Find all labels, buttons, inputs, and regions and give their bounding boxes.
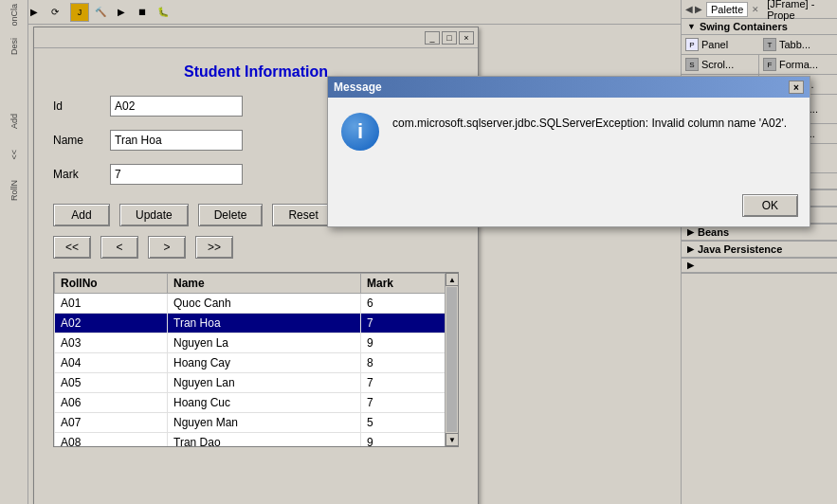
scroll-icon: S (685, 58, 699, 71)
expand-icon-awt: ▶ (687, 227, 694, 237)
dialog-footer: OK (742, 194, 798, 217)
awt-label: Beans (698, 226, 729, 238)
delete-button[interactable]: Delete (198, 204, 264, 226)
next-button[interactable]: > (148, 236, 186, 259)
table-row[interactable]: A01Quoc Canh6 (55, 294, 458, 314)
top-toolbar: ◀ ▶ ⟳ J 🔨 ▶ ⏹ 🐛 (0, 0, 682, 25)
cell-name: Nguyen La (168, 333, 361, 353)
table-row[interactable]: A03Nguyen La9 (55, 333, 458, 353)
cell-mark: 8 (361, 353, 458, 373)
cell-rollno: A06 (55, 393, 168, 413)
toolbar-btn-1[interactable]: 🔨 (91, 4, 110, 21)
table-row[interactable]: A02Tran Hoa7 (55, 314, 458, 333)
sidebar-label5: RollN (9, 180, 19, 201)
toolbar-btn-4[interactable]: 🐛 (154, 4, 173, 21)
tabb-icon: T (763, 38, 776, 51)
cell-name: Hoang Cay (168, 353, 361, 373)
palette-item-tabb[interactable]: T Tabb... (759, 37, 837, 52)
table-row[interactable]: A07Nguyen Man5 (55, 413, 458, 433)
add-button[interactable]: Add (53, 204, 110, 226)
progress-row: S Scrol... F Forma... (682, 55, 837, 75)
cell-mark: 9 (361, 433, 458, 448)
java-persistence-section: ▶ (682, 259, 837, 274)
sidebar-label: onCla (9, 4, 19, 36)
toolbar-btn-2[interactable]: ▶ (112, 4, 131, 21)
toolbar-btn-refresh[interactable]: ⟳ (45, 4, 64, 21)
palette-nav-left[interactable]: ◀ (685, 4, 693, 14)
expand-icon-persistence: ▶ (687, 261, 694, 270)
first-button[interactable]: << (53, 236, 91, 259)
panel-icon: P (685, 38, 699, 51)
cell-rollno: A07 (55, 413, 168, 433)
palette-tab[interactable]: Palette (706, 2, 748, 17)
update-button[interactable]: Update (119, 204, 189, 226)
dialog-message: com.microsoft.sqlserver.jdbc.SQLServerEx… (392, 113, 796, 130)
cell-rollno: A03 (55, 333, 168, 353)
cell-mark: 5 (361, 413, 458, 433)
swing-containers-items: P Panel T Tabb... (682, 35, 837, 54)
col-header-mark: Mark (361, 274, 458, 294)
toolbar-btn-3[interactable]: ⏹ (133, 4, 152, 21)
sidebar-label2: Desi (9, 38, 19, 74)
palette-nav-right[interactable]: ▶ (695, 4, 702, 14)
name-input[interactable] (110, 130, 243, 151)
table-row[interactable]: A06Hoang Cuc7 (55, 393, 458, 413)
table-scrollbar[interactable]: ▲ ▼ (445, 273, 458, 446)
table-row[interactable]: A04Hoang Cay8 (55, 353, 458, 373)
palette-close[interactable]: ✕ (752, 5, 759, 14)
palette-item-forma[interactable]: F Forma... (759, 55, 837, 74)
cell-rollno: A05 (55, 373, 168, 393)
close-btn-form[interactable]: × (459, 31, 474, 45)
cell-mark: 7 (361, 393, 458, 413)
dialog-titlebar: Message × (328, 77, 810, 98)
cell-mark: 7 (361, 314, 458, 333)
reset-button[interactable]: Reset (272, 204, 334, 226)
palette-item-panel[interactable]: P Panel (682, 37, 759, 52)
table-row[interactable]: A08Tran Dao9 (55, 433, 458, 448)
student-table-container: RollNo Name Mark A01Quoc Canh6A02Tran Ho… (53, 272, 459, 447)
nav-button-row: << < > >> (53, 236, 459, 259)
swing-containers-header[interactable]: ▼ Swing Containers (682, 19, 837, 35)
java-icon: J (70, 3, 89, 22)
cell-name: Tran Dao (168, 433, 361, 448)
dialog-body: i com.microsoft.sqlserver.jdbc.SQLServer… (328, 98, 810, 166)
form-titlebar: _ □ × (34, 27, 478, 48)
scroll-thumb[interactable] (446, 287, 457, 432)
forma-label: Forma... (779, 59, 818, 70)
table-header-row: RollNo Name Mark (55, 274, 458, 294)
palette-item-scroll[interactable]: S Scrol... (682, 55, 759, 74)
cell-rollno: A02 (55, 314, 168, 333)
mark-label: Mark (53, 168, 110, 181)
swing-containers-label: Swing Containers (700, 21, 788, 32)
dialog-title: Message (334, 81, 382, 94)
cell-mark: 7 (361, 373, 458, 393)
mark-input[interactable] (110, 164, 243, 185)
scroll-down-arrow[interactable]: ▼ (446, 433, 459, 446)
message-dialog: Message × i com.microsoft.sqlserver.jdbc… (327, 76, 810, 227)
cell-name: Nguyen Lan (168, 373, 361, 393)
cell-mark: 6 (361, 294, 458, 314)
last-button[interactable]: >> (195, 236, 233, 259)
minimize-btn[interactable]: _ (425, 31, 440, 45)
beans-label: Java Persistence (698, 243, 782, 255)
student-table: RollNo Name Mark A01Quoc Canh6A02Tran Ho… (54, 273, 458, 447)
jframe-tab[interactable]: [JFrame] - Prope (763, 0, 833, 22)
scroll-label: Scrol... (701, 59, 734, 70)
table-row[interactable]: A05Nguyen Lan7 (55, 373, 458, 393)
beans-header[interactable]: ▶ Java Persistence (682, 242, 837, 258)
sidebar-label3: Add (9, 114, 19, 129)
id-input[interactable] (110, 96, 243, 117)
maximize-btn[interactable]: □ (442, 31, 457, 45)
cell-name: Hoang Cuc (168, 393, 361, 413)
dialog-close-btn[interactable]: × (789, 81, 804, 94)
prev-button[interactable]: < (100, 236, 138, 259)
ok-button[interactable]: OK (742, 194, 798, 217)
beans-section: ▶ Java Persistence (682, 242, 837, 259)
java-persistence-header[interactable]: ▶ (682, 259, 837, 273)
id-label: Id (53, 99, 110, 113)
cell-name: Quoc Canh (168, 294, 361, 314)
scroll-up-arrow[interactable]: ▲ (446, 273, 459, 286)
expand-icon-containers: ▼ (687, 22, 696, 31)
col-header-name: Name (168, 274, 361, 294)
panel-label: Panel (701, 39, 728, 50)
